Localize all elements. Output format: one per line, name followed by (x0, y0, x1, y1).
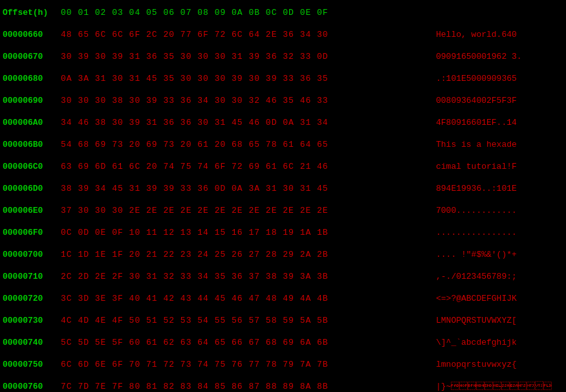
table-row: 0000067030 39 30 39 31 36 35 30 30 30 31… (0, 45, 566, 67)
offset-cell: 000006C0 (3, 162, 61, 171)
table-row: 000006E037 30 30 30 2E 2E 2E 2E 2E 2E 2E… (0, 199, 566, 221)
offset-cell: 00000670 (3, 52, 61, 61)
table-row: 0000069030 30 30 38 30 39 33 36 34 30 30… (0, 89, 566, 111)
offset-cell: 00000730 (3, 316, 61, 325)
ascii-cell: 09091650001962 3. (436, 52, 552, 61)
rows-container: 0000066048 65 6C 6C 6F 2C 20 77 6F 72 6C… (0, 23, 566, 392)
offset-cell: 000006A0 (3, 118, 61, 127)
ascii-cell: 4F80916601EF..14 (436, 118, 552, 127)
bytes-cell: 2C 2D 2E 2F 30 31 32 33 34 35 36 37 38 3… (61, 272, 436, 281)
offset-cell: 00000750 (3, 360, 61, 369)
table-row: 000006800A 3A 31 30 31 45 35 30 30 30 39… (0, 67, 566, 89)
table-row: 000007405C 5D 5E 5F 60 61 62 63 64 65 66… (0, 331, 566, 353)
table-row: 000007304C 4D 4E 4F 50 51 52 53 54 55 56… (0, 309, 566, 331)
bytes-cell: 30 39 30 39 31 36 35 30 30 30 31 39 36 3… (61, 52, 436, 61)
table-row: 000006A034 46 38 30 39 31 36 36 30 31 45… (0, 111, 566, 133)
bytes-cell: 1C 1D 1E 1F 20 21 22 23 24 25 26 27 28 2… (61, 250, 436, 259)
ascii-cell: LMNOPQRSTUVWXYZ[ (436, 316, 552, 325)
bytes-cell: 34 46 38 30 39 31 36 36 30 31 45 46 0D 0… (61, 118, 436, 127)
ascii-cell: 894E19936..:101E (436, 184, 552, 193)
ascii-cell: .:101E5000909365 (436, 74, 552, 83)
bytes-cell: 63 69 6D 61 6C 20 74 75 74 6F 72 69 61 6… (61, 162, 436, 171)
offset-cell: 000006F0 (3, 228, 61, 237)
offset-cell: 00000740 (3, 338, 61, 347)
ascii-cell: |}~  (436, 380, 552, 392)
ascii-cell: cimal tutorial!F (436, 162, 552, 171)
bytes-cell: 4C 4D 4E 4F 50 51 52 53 54 55 56 57 58 5… (61, 316, 436, 325)
table-row: 0000066048 65 6C 6C 6F 2C 20 77 6F 72 6C… (0, 23, 566, 45)
offset-cell: 00000680 (3, 74, 61, 83)
table-row: 000007001C 1D 1E 1F 20 21 22 23 24 25 26… (0, 243, 566, 265)
ascii-cell: .... !"#$%&'()*+ (436, 250, 552, 259)
ascii-cell: This is a hexade (436, 140, 552, 149)
offset-cell: 000006B0 (3, 140, 61, 149)
offset-cell: 000006D0 (3, 184, 61, 193)
bytes-cell: 54 68 69 73 20 69 73 20 61 20 68 65 78 6… (61, 140, 436, 149)
table-row: 000007607C 7D 7E 7F 80 81 82 83 84 85 86… (0, 375, 566, 392)
bytes-cell: 0A 3A 31 30 31 45 35 30 30 30 39 30 39 3… (61, 74, 436, 83)
bytes-cell: 38 39 34 45 31 39 39 33 36 0D 0A 3A 31 3… (61, 184, 436, 193)
bytes-cell: 37 30 30 30 2E 2E 2E 2E 2E 2E 2E 2E 2E 2… (61, 206, 436, 215)
table-row: 000006D038 39 34 45 31 39 39 33 36 0D 0A… (0, 177, 566, 199)
ascii-cell: <=>?@ABCDEFGHIJK (436, 294, 552, 303)
offset-cell: 00000660 (3, 30, 61, 39)
offset-cell: 000006E0 (3, 206, 61, 215)
offset-cell: 00000710 (3, 272, 61, 281)
bytes-cell: 7C 7D 7E 7F 80 81 82 83 84 85 86 87 88 8… (61, 382, 436, 391)
bytes-cell: 30 30 30 38 30 39 33 36 34 30 30 32 46 3… (61, 96, 436, 105)
bytes-cell: 48 65 6C 6C 6F 2C 20 77 6F 72 6C 64 2E 3… (61, 30, 436, 39)
table-row: 000006B054 68 69 73 20 69 73 20 61 20 68… (0, 133, 566, 155)
ascii-cell: ,-./0123456789:; (436, 272, 552, 281)
bytes-cell: 0C 0D 0E 0F 10 11 12 13 14 15 16 17 18 1… (61, 228, 436, 237)
ascii-cell: lmnopqrstuvwxyz{ (436, 360, 552, 369)
header-row: Offset(h) 00 01 02 03 04 05 06 07 08 09 … (0, 1, 566, 23)
offset-cell: 00000760 (3, 382, 61, 391)
ascii-cell: \]^_`abcdefghijk (436, 338, 552, 347)
offset-cell: 00000690 (3, 96, 61, 105)
hex-viewer: Offset(h) 00 01 02 03 04 05 06 07 08 09 … (0, 0, 566, 392)
table-row: 000007203C 3D 3E 3F 40 41 42 43 44 45 46… (0, 287, 566, 309)
offset-cell: 00000720 (3, 294, 61, 303)
ascii-cell: ................ (436, 228, 552, 237)
ascii-cell: Hello, world.640 (436, 30, 552, 39)
header-offset: Offset(h) (3, 8, 61, 17)
bytes-cell: 5C 5D 5E 5F 60 61 62 63 64 65 66 67 68 6… (61, 338, 436, 347)
bytes-cell: 3C 3D 3E 3F 40 41 42 43 44 45 46 47 48 4… (61, 294, 436, 303)
bytes-cell: 6C 6D 6E 6F 70 71 72 73 74 75 76 77 78 7… (61, 360, 436, 369)
header-bytes: 00 01 02 03 04 05 06 07 08 09 0A 0B 0C 0… (61, 8, 436, 17)
table-row: 000006C063 69 6D 61 6C 20 74 75 74 6F 72… (0, 155, 566, 177)
table-row: 000007506C 6D 6E 6F 70 71 72 73 74 75 76… (0, 353, 566, 375)
ascii-cell: 00809364002F5F3F (436, 96, 552, 105)
ascii-cell: 7000............ (436, 206, 552, 215)
table-row: 000006F00C 0D 0E 0F 10 11 12 13 14 15 16… (0, 221, 566, 243)
table-row: 000007102C 2D 2E 2F 30 31 32 33 34 35 36… (0, 265, 566, 287)
offset-cell: 00000700 (3, 250, 61, 259)
